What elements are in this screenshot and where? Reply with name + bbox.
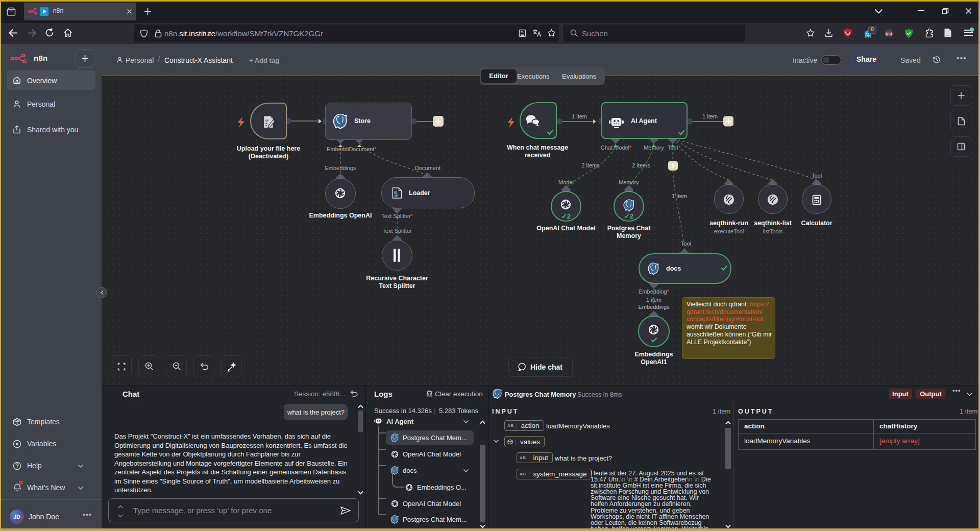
svg-text:01: 01 — [394, 191, 398, 194]
svg-text:10: 10 — [394, 194, 397, 197]
